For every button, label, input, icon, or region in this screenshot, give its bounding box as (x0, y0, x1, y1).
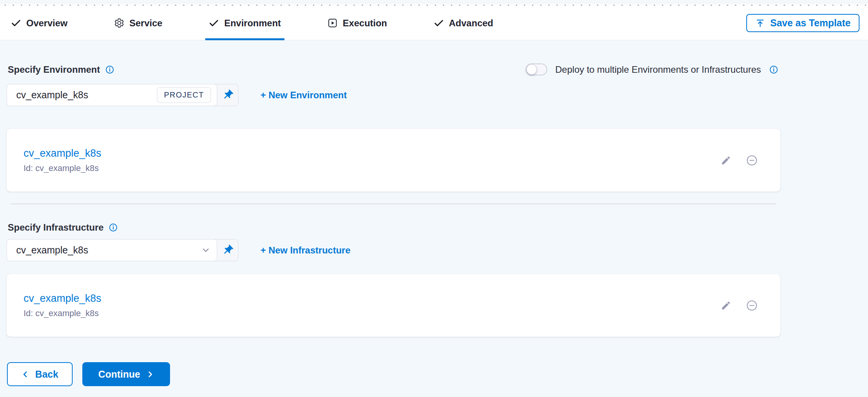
new-environment-link[interactable]: + New Environment (260, 90, 347, 101)
tab-overview[interactable]: Overview (11, 6, 68, 40)
minus-circle-icon (746, 299, 758, 311)
pin-button[interactable] (217, 240, 238, 261)
edit-environment-button[interactable] (721, 155, 731, 166)
environment-select-value: cv_example_k8s (16, 89, 88, 101)
infrastructure-input-row: cv_example_k8s + New Infrastructure (7, 239, 868, 261)
infrastructure-card-title-link[interactable]: cv_example_k8s (24, 293, 101, 305)
tab-label: Overview (26, 18, 68, 29)
specify-infrastructure-text: Specify Infrastructure (8, 222, 104, 233)
tab-label: Service (129, 18, 162, 29)
tab-advanced[interactable]: Advanced (434, 6, 494, 40)
environment-input-row: cv_example_k8s PROJECT + New Environment (7, 84, 868, 106)
tab-label: Advanced (449, 18, 494, 29)
info-icon[interactable] (769, 65, 778, 74)
environment-scope-badge: PROJECT (157, 87, 211, 103)
infrastructure-card-actions (721, 299, 758, 311)
infrastructure-card: cv_example_k8s Id: cv_example_k8s (7, 274, 780, 337)
toggle-knob (526, 64, 537, 75)
tab-execution[interactable]: Execution (327, 6, 387, 40)
minus-circle-icon (746, 154, 758, 166)
multi-deploy-toggle-row: Deploy to multiple Environments or Infra… (526, 63, 778, 75)
infrastructure-select-field[interactable]: cv_example_k8s (7, 239, 217, 261)
check-icon (209, 18, 219, 28)
play-square-icon (327, 18, 338, 28)
gear-icon (114, 18, 124, 28)
check-icon (434, 18, 444, 28)
upload-icon (755, 18, 765, 28)
infrastructure-card-text: cv_example_k8s Id: cv_example_k8s (24, 293, 101, 318)
pencil-icon (721, 300, 731, 311)
chevron-down-icon (201, 245, 211, 255)
pin-button[interactable] (217, 84, 238, 106)
stage-tab-bar: Overview Service Environment Execution A… (0, 6, 868, 40)
environment-card-id: Id: cv_example_k8s (24, 163, 101, 173)
infrastructure-select-value: cv_example_k8s (16, 245, 88, 256)
environment-card-text: cv_example_k8s Id: cv_example_k8s (24, 147, 101, 173)
tab-service[interactable]: Service (114, 6, 162, 40)
environment-card-actions (721, 154, 758, 166)
environment-card: cv_example_k8s Id: cv_example_k8s (7, 129, 780, 192)
specify-environment-text: Specify Environment (8, 64, 100, 75)
chevron-right-icon (146, 370, 154, 378)
specify-environment-label: Specify Environment (8, 64, 114, 75)
environment-card-title-link[interactable]: cv_example_k8s (24, 147, 101, 159)
tab-label: Execution (343, 18, 387, 29)
back-button-label: Back (35, 369, 58, 380)
save-as-template-button[interactable]: Save as Template (746, 14, 859, 32)
edit-infrastructure-button[interactable] (721, 300, 731, 311)
save-as-template-label: Save as Template (770, 17, 851, 29)
environment-select-field[interactable]: cv_example_k8s PROJECT (7, 84, 217, 106)
continue-button-label: Continue (98, 369, 140, 380)
multi-deploy-toggle-label: Deploy to multiple Environments or Infra… (555, 64, 761, 75)
back-button[interactable]: Back (7, 362, 73, 386)
info-icon[interactable] (109, 223, 118, 232)
infrastructure-select[interactable]: cv_example_k8s (7, 239, 238, 261)
new-infrastructure-link[interactable]: + New Infrastructure (260, 245, 351, 256)
environment-head-row: Specify Environment Deploy to multiple E… (8, 63, 778, 75)
infrastructure-card-id: Id: cv_example_k8s (24, 308, 101, 318)
tab-environment[interactable]: Environment (209, 6, 281, 40)
footer-actions: Back Continue (7, 362, 868, 386)
pin-icon (219, 242, 236, 259)
chevron-left-icon (21, 370, 29, 378)
pencil-icon (721, 155, 731, 166)
check-icon (11, 18, 21, 28)
specify-infrastructure-label: Specify Infrastructure (8, 222, 868, 233)
environment-select[interactable]: cv_example_k8s PROJECT (7, 84, 238, 106)
remove-infrastructure-button[interactable] (746, 299, 758, 311)
section-divider (11, 204, 776, 204)
stage-boundary-strip (0, 0, 868, 4)
remove-environment-button[interactable] (746, 154, 758, 166)
continue-button[interactable]: Continue (82, 362, 170, 386)
pin-icon (219, 87, 236, 104)
multi-deploy-toggle[interactable] (526, 63, 547, 75)
tab-label: Environment (224, 18, 281, 29)
info-icon[interactable] (105, 65, 114, 74)
